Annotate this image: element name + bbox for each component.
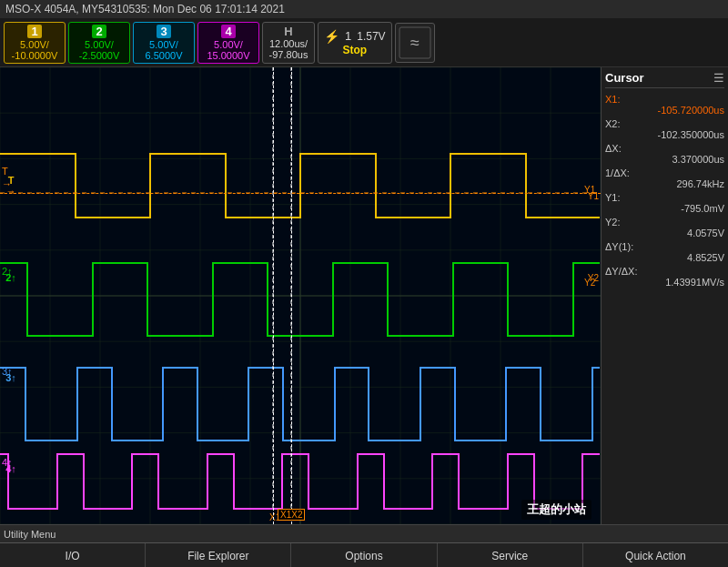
ch3-label: 3↑ xyxy=(4,372,18,383)
inv-dx-label: 1/ΔX: xyxy=(605,167,630,178)
trigger-button[interactable]: ⚡ 1 1.57V Stop xyxy=(318,22,392,64)
x2-label: X2: xyxy=(605,118,621,129)
channel-2-button[interactable]: 2 5.00V/ -2.5000V xyxy=(68,22,130,64)
ch3-val2: 6.5000V xyxy=(146,50,183,61)
x2-value: -102.350000us xyxy=(605,129,724,140)
h-label: H xyxy=(284,25,292,38)
y1-right-label: Y1 xyxy=(588,191,599,201)
watermark: 王超的小站 xyxy=(521,500,592,520)
timebase-button[interactable]: H 12.00us/ -97.80us xyxy=(262,22,315,64)
y2-value: 4.0575V xyxy=(605,228,724,238)
fk-io-label: I/O xyxy=(66,550,80,562)
x1-label: X1: xyxy=(605,94,621,105)
dx-label: ΔX: xyxy=(605,143,622,154)
svg-text:≈: ≈ xyxy=(410,34,420,52)
main-area: T→ 2↑ 3↑ 4↑ X1X2 Y2 Y1 Cursor ☰ X1: -105… xyxy=(0,67,728,524)
x2-row: X2: -102.350000us xyxy=(605,118,724,140)
func-key-options[interactable]: Options ↓ xyxy=(291,543,437,567)
ch1-val2: -10.0000V xyxy=(12,50,58,61)
fk-file-label: File Explorer xyxy=(187,550,248,562)
time-val2: -97.80us xyxy=(269,49,308,60)
inv-dx-row: 1/ΔX: 296.74kHz xyxy=(605,167,724,189)
inv-dx-value: 296.74kHz xyxy=(605,178,724,189)
ch2-val1: 5.00V/ xyxy=(85,39,114,50)
cursor-y1-line xyxy=(0,193,601,194)
ch3-val1: 5.00V/ xyxy=(149,39,178,50)
cursor-x2-line xyxy=(291,67,292,524)
ch2-num: 2 xyxy=(92,25,106,38)
panel-menu-icon[interactable]: ☰ xyxy=(713,71,724,85)
utility-menu-label: Utility Menu xyxy=(4,529,56,540)
cursor-x1-line xyxy=(273,67,274,524)
fk-service-label: Service xyxy=(491,550,528,562)
ch2-val2: -2.5000V xyxy=(79,50,120,61)
function-keys: I/O ↓ File Explorer ↓ Options ↓ Service … xyxy=(0,542,728,567)
dy-dx-label: ΔY/ΔX: xyxy=(605,266,637,277)
channel-4-button[interactable]: 4 5.00V/ 15.0000V xyxy=(197,22,259,64)
toolbar: 1 5.00V/ -10.0000V 2 5.00V/ -2.5000V 3 5… xyxy=(0,18,728,67)
ch2-label: 2↑ xyxy=(4,272,18,283)
y1-row: Y1: -795.0mV xyxy=(605,192,724,214)
func-key-io[interactable]: I/O ↓ xyxy=(0,543,146,567)
dx-value: 3.370000us xyxy=(605,154,724,165)
dy1-row: ΔY(1): 4.8525V xyxy=(605,241,724,263)
utility-menu-bar: Utility Menu xyxy=(0,524,728,542)
x1-value: -105.720000us xyxy=(605,105,724,116)
trigger-val: 1.57V xyxy=(357,30,385,43)
wave-icon-button[interactable]: ≈ xyxy=(395,23,435,63)
panel-header: Cursor ☰ xyxy=(605,71,724,88)
func-key-service[interactable]: Service ↓ xyxy=(438,543,583,567)
trigger-status: Stop xyxy=(342,44,367,56)
cursor-panel-title: Cursor xyxy=(605,71,644,85)
dy-dx-value: 1.43991MV/s xyxy=(605,277,724,288)
scope-screen: T→ 2↑ 3↑ 4↑ X1X2 Y2 Y1 xyxy=(0,67,601,524)
ch4-val1: 5.00V/ xyxy=(214,39,243,50)
y1-label: Y1: xyxy=(605,192,621,203)
time-val1: 12.00us/ xyxy=(269,38,308,49)
dx-row: ΔX: 3.370000us xyxy=(605,143,724,165)
func-key-file-explorer[interactable]: File Explorer ↓ xyxy=(146,543,291,567)
ch1-val1: 5.00V/ xyxy=(20,39,49,50)
y2-right-label: Y2 xyxy=(588,273,599,283)
y2-label: Y2: xyxy=(605,217,621,228)
dy1-label: ΔY(1): xyxy=(605,241,633,252)
channel-1-button[interactable]: 1 5.00V/ -10.0000V xyxy=(4,22,66,64)
channel-3-button[interactable]: 3 5.00V/ 6.5000V xyxy=(133,22,195,64)
fk-options-label: Options xyxy=(345,550,382,562)
x1-row: X1: -105.720000us xyxy=(605,94,724,116)
y1-value: -795.0mV xyxy=(605,203,724,214)
ch3-num: 3 xyxy=(157,25,170,38)
x1x2-label: X1X2 xyxy=(278,509,305,521)
title-text: MSO-X 4054A, MY54310535: Mon Dec 06 17:0… xyxy=(5,3,285,15)
fk-quick-label: Quick Action xyxy=(625,550,686,562)
dy1-value: 4.8525V xyxy=(605,252,724,263)
y2-row: Y2: 4.0575V xyxy=(605,217,724,238)
trigger-icon: ⚡ xyxy=(324,29,339,44)
ch1-num: 1 xyxy=(27,25,41,38)
trigger-ch: 1 xyxy=(345,29,351,43)
ch4-val2: 15.0000V xyxy=(207,50,249,61)
title-bar: MSO-X 4054A, MY54310535: Mon Dec 06 17:0… xyxy=(0,0,728,18)
dy-dx-row: ΔY/ΔX: 1.43991MV/s xyxy=(605,266,724,288)
func-key-quick-action[interactable]: Quick Action ↓ xyxy=(583,543,728,567)
right-panel: Cursor ☰ X1: -105.720000us X2: -102.3500… xyxy=(601,67,728,524)
ch4-num: 4 xyxy=(221,25,235,38)
grid-canvas xyxy=(0,67,601,524)
ch4-label: 4↑ xyxy=(4,463,18,474)
